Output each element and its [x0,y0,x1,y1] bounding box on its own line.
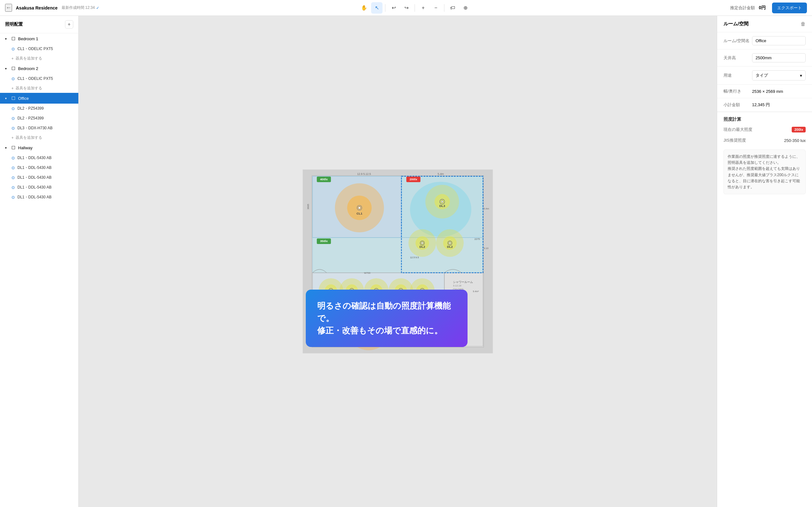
svg-point-31 [449,242,451,244]
svg-point-16 [358,207,361,209]
sidebar-title: 照明配置 [5,21,23,27]
sidebar-item-office[interactable]: ▾ ☐ Office [0,93,78,104]
redo-button[interactable]: ↪ [401,2,412,14]
svg-text:2275: 2275 [474,238,480,240]
panel-title: ルーム/空間 [723,21,749,27]
hand-tool-button[interactable]: ✋ [358,2,370,14]
add-fixture-bedroom1[interactable]: + 器具を追加する [0,54,78,63]
plus-icon: + [11,56,14,61]
ceiling-height-value[interactable] [752,53,806,62]
fixture-dl2-2[interactable]: ⊙ DL2・PZ54399 [0,113,78,123]
fixture-dl1-2[interactable]: ⊙ DL1・DDL-5430 AB [0,163,78,173]
subtotal-value: 12,345 円 [752,102,806,108]
svg-text:シャワールーム: シャワールーム [453,280,473,284]
delete-button[interactable]: 🗑 [801,21,806,27]
canvas-area[interactable]: CL1 DL3 DL2 DL2 [79,16,717,507]
total-label: 推定合計金額 [730,5,755,11]
room-name-input[interactable] [752,36,806,45]
jis-label: JIS推奨照度 [723,137,784,143]
jis-value: 250-350 lux [784,138,806,143]
fixture-icon: ⊙ [11,185,15,190]
fixture-dl2-1[interactable]: ⊙ DL2・PZ54399 [0,104,78,113]
checkbox-icon: ☐ [11,36,15,41]
back-button[interactable]: ← [5,4,12,12]
fixture-icon: ⊙ [11,47,15,51]
fixture-cl1-bedroom1[interactable]: ⊙ CL1・ODELIC PXT5 [0,44,78,54]
plus-icon: + [11,135,14,140]
svg-text:W700: W700 [364,272,370,274]
fixture-icon: ⊙ [11,126,15,130]
fixture-icon: ⊙ [11,106,15,111]
usage-select[interactable]: タイプ ▾ [752,70,806,80]
sidebar-item-bedroom1[interactable]: ▾ ☐ Bedroom 1 [0,33,78,44]
chevron-down-icon: ▾ [5,67,9,70]
fixture-dl3[interactable]: ⊙ DL3・DDX-H730 AB [0,123,78,133]
fixture-cl1-bedroom2[interactable]: ⊙ CL1・ODELIC PXT5 [0,74,78,83]
export-button[interactable]: エクスポート [772,3,807,13]
usage-value[interactable]: タイプ ▾ [752,70,806,80]
room-label: Bedroom 2 [18,66,38,71]
illuminance-badge: 200lx [792,127,806,132]
fixture-dl1-4[interactable]: ⊙ DL1・DDL-5430 AB [0,182,78,192]
fixture-icon: ⊙ [11,156,15,160]
add-fixture-office[interactable]: + 器具を追加する [0,133,78,142]
subtotal-row: 小計金額 12,345 円 [717,98,812,112]
chevron-down-icon: ▾ [5,146,9,150]
room-label: Bedroom 1 [18,37,38,41]
room-label: Hallway [18,146,33,150]
zoom-out-button[interactable]: − [430,2,442,14]
svg-text:400lx: 400lx [320,177,328,181]
ceiling-height-input[interactable] [752,53,806,62]
undo-button[interactable]: ↩ [388,2,399,14]
checkbox-icon: ☐ [11,96,15,101]
bottom-banner: 明るさの確認は自動の照度計算機能で。修正・改善もその場で直感的に。 [306,290,467,347]
fixture-icon: ⊙ [11,165,15,170]
room-name-row: ルーム/空間名 [717,32,812,49]
ceiling-height-label: 天井高 [723,55,752,61]
target-button[interactable]: ⊕ [460,2,471,14]
subtotal-label: 小計金額 [723,102,752,108]
sidebar: 照明配置 + ▾ ☐ Bedroom 1 ⊙ CL1・ODELIC PXT5 +… [0,16,79,507]
dimensions-row: 幅/奥行き 2536 × 2569 mm [717,84,812,98]
warning-text: 作業面の照度が推奨照度に達するように、照明器具を追加してください。推奨された照度… [728,154,800,189]
svg-text:3-12.18: 3-12.18 [453,284,461,287]
svg-text:12.5 9.5: 12.5 9.5 [410,256,419,259]
fixture-icon: ⊙ [11,175,15,180]
add-room-button[interactable]: + [65,20,73,29]
check-icon: ✓ [96,6,99,10]
svg-text:9.4m²: 9.4m² [473,290,479,293]
current-max-label: 現在の最大照度 [723,127,792,132]
fixture-dl1-1[interactable]: ⊙ DL1・DDL-5430 AB [0,153,78,163]
add-fixture-bedroom2[interactable]: + 器具を追加する [0,83,78,93]
jis-row: JIS推奨照度 250-350 lux [717,135,812,146]
fixture-icon: ⊙ [11,116,15,121]
svg-text:4.4m: 4.4m [484,207,489,210]
svg-text:5.4m: 5.4m [438,172,444,176]
checkbox-icon: ☐ [11,145,15,150]
checkbox-icon: ☐ [11,66,15,71]
sidebar-item-hallway[interactable]: ▾ ☐ Hallway [0,142,78,153]
cursor-tool-button[interactable]: ↖ [371,2,383,14]
room-name-label: ルーム/空間名 [723,38,752,44]
room-name-value[interactable] [752,36,806,45]
project-title: Asakusa Residence [16,5,58,10]
fixture-dl1-3[interactable]: ⊙ DL1・DDL-5430 AB [0,173,78,182]
svg-text:200lx: 200lx [409,177,417,181]
svg-point-26 [421,242,423,244]
fixture-icon: ⊙ [11,76,15,81]
sidebar-header: 照明配置 + [0,16,78,33]
warning-box: 作業面の照度が推奨照度に達するように、照明器具を追加してください。推奨された照度… [723,150,806,194]
svg-text:DL2: DL2 [419,245,425,248]
fixture-dl1-5[interactable]: ⊙ DL1・DDL-5430 AB [0,192,78,202]
floorplan-container: CL1 DL3 DL2 DL2 [299,170,496,353]
svg-point-21 [441,201,443,203]
illuminance-section-title: 照度計算 [717,112,812,124]
topbar: ← Asakusa Residence 最新作成時間 12:34 ✓ ✋ ↖ ↩… [0,0,812,16]
subtitle: 最新作成時間 12:34 ✓ [61,5,99,10]
sidebar-list: ▾ ☐ Bedroom 1 ⊙ CL1・ODELIC PXT5 + 器具を追加す… [0,33,78,507]
sidebar-item-bedroom2[interactable]: ▾ ☐ Bedroom 2 [0,63,78,74]
zoom-in-button[interactable]: + [417,2,429,14]
chevron-down-icon: ▾ [800,73,802,78]
main-layout: 照明配置 + ▾ ☐ Bedroom 1 ⊙ CL1・ODELIC PXT5 +… [0,16,812,507]
tag-button[interactable]: 🏷 [447,2,458,14]
